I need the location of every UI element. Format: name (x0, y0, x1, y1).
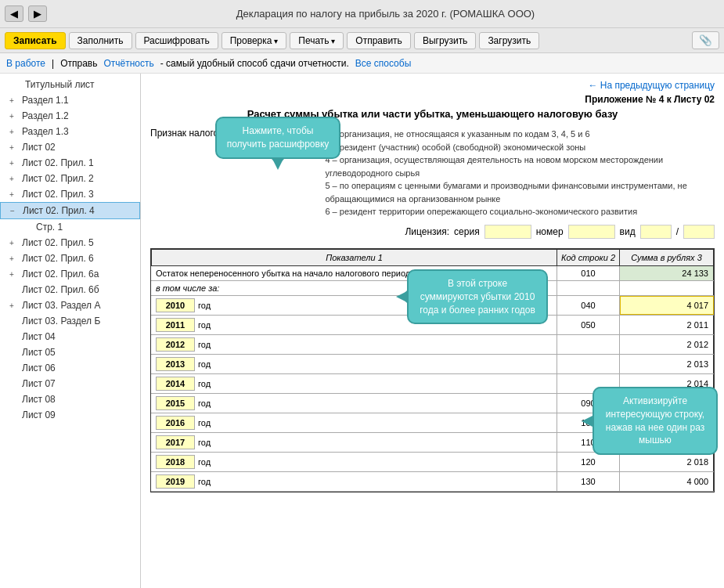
year-text-2010: год (198, 301, 211, 310)
zagruzit-button[interactable]: Загрузить (479, 32, 539, 49)
sidebar-label: Лист 02 (22, 142, 56, 153)
sidebar-item-l02p3[interactable]: + Лист 02. Прил. 3 (0, 186, 140, 202)
year-label-2016: 2016 год (151, 413, 557, 432)
vtomchisle-value (620, 281, 714, 295)
main-layout: Титульный лист + Раздел 1.1 + Раздел 1.2… (0, 74, 724, 588)
year-text-2011: год (198, 320, 211, 330)
zapolnit-button[interactable]: Заполнить (69, 32, 132, 49)
sidebar-item-l02p2[interactable]: + Лист 02. Прил. 2 (0, 171, 140, 186)
sidebar-item-r13[interactable]: + Раздел 1.3 (0, 124, 140, 139)
sidebar-item-l02p6[interactable]: + Лист 02. Прил. 6 (0, 251, 140, 266)
sidebar-item-l02p4[interactable]: − Лист 02. Прил. 4 (0, 202, 140, 219)
row-2010-value[interactable]: 4 017 (620, 296, 714, 315)
table-row-2018[interactable]: 2018 год 120 2 018 (151, 453, 714, 472)
row-010-value[interactable]: 24 133 (620, 266, 714, 280)
sidebar-item-l03ra[interactable]: + Лист 03. Раздел А (0, 298, 140, 313)
breadcrumb-link[interactable]: ← На предыдущую страницу (588, 80, 715, 91)
licenz-vid-input2[interactable] (683, 225, 715, 239)
year-box-2010[interactable]: 2010 (156, 298, 195, 312)
sidebar-item-l04[interactable]: Лист 04 (0, 329, 140, 345)
rasshifrovat-button[interactable]: Расшифровать (135, 32, 218, 49)
sidebar-item-r11[interactable]: + Раздел 1.1 (0, 92, 140, 108)
sidebar-label: Лист 07 (22, 378, 56, 389)
licenz-nomer-label: номер (536, 226, 564, 237)
sidebar-item-tit[interactable]: Титульный лист (0, 77, 140, 92)
proverka-button[interactable]: Проверка (222, 32, 287, 49)
table-row-2019[interactable]: 2019 год 130 4 000 (151, 472, 714, 492)
licenz-nomer-input[interactable] (568, 225, 615, 239)
sidebar-item-str1[interactable]: Стр. 1 (0, 219, 140, 235)
doc-header: Приложение № 4 к Листу 02 (150, 94, 715, 105)
sidebar-label: Лист 02. Прил. 4 (23, 205, 95, 216)
status-separator: | (52, 58, 54, 69)
expand-icon: + (9, 159, 19, 168)
year-text-2012: год (198, 340, 211, 349)
sidebar-item-l08[interactable]: Лист 08 (0, 391, 140, 407)
year-text-2017: год (198, 438, 211, 447)
row-2012-code (557, 335, 620, 354)
otchetnost-link[interactable]: Отчётность (103, 58, 153, 69)
sidebar-label: Раздел 1.3 (22, 126, 69, 137)
sidebar-item-r12[interactable]: + Раздел 1.2 (0, 108, 140, 124)
year-box-2017[interactable]: 2017 (156, 435, 195, 449)
licenz-vid-input[interactable] (640, 225, 672, 239)
year-box-2019[interactable]: 2019 (156, 474, 195, 489)
year-text-2014: год (198, 379, 211, 388)
zapisat-button[interactable]: Записать (5, 32, 66, 49)
year-label-2019: 2019 год (151, 472, 557, 491)
sidebar-item-l05[interactable]: Лист 05 (0, 345, 140, 360)
sidebar-item-l03rb[interactable]: Лист 03. Раздел Б (0, 313, 140, 329)
otpravit-button[interactable]: Отправить (347, 32, 411, 49)
forward-button[interactable]: ▶ (28, 5, 47, 22)
year-box-2011[interactable]: 2011 (156, 318, 195, 332)
sidebar-label: Раздел 1.1 (22, 95, 69, 106)
year-box-2015[interactable]: 2015 (156, 396, 195, 410)
back-button[interactable]: ◀ (5, 5, 23, 22)
pechat-button[interactable]: Печать (290, 32, 344, 49)
expand-icon: + (9, 175, 19, 183)
year-box-2013[interactable]: 2013 (156, 357, 195, 371)
vygruzit-button[interactable]: Выгрузить (414, 32, 477, 49)
licenz-seriya-input[interactable] (484, 225, 531, 239)
expand-icon: − (10, 207, 20, 215)
year-label-2017: 2017 год (151, 433, 557, 452)
year-label-2018: 2018 год (151, 453, 557, 471)
v-rabote-status[interactable]: В работе (6, 58, 45, 69)
vse-sposoby-link[interactable]: Все способы (355, 58, 412, 69)
year-box-2014[interactable]: 2014 (156, 377, 195, 391)
otprav-label: Отправь (60, 58, 97, 69)
sidebar-label: Лист 02. Прил. 6 (22, 253, 94, 264)
row-2013-value[interactable]: 2 013 (620, 355, 714, 373)
year-box-2012[interactable]: 2012 (156, 337, 195, 352)
content-area: ← На предыдущую страницу Приложение № 4 … (141, 74, 724, 588)
sidebar-item-l02p1[interactable]: + Лист 02. Прил. 1 (0, 155, 140, 171)
year-box-2016[interactable]: 2016 (156, 416, 195, 430)
expand-icon: + (9, 128, 19, 136)
year-text-2015: год (198, 399, 211, 408)
sidebar-item-l06[interactable]: Лист 06 (0, 360, 140, 376)
tooltip1-text: Нажмите, чтобы получить расшифровку (227, 125, 330, 150)
sidebar-item-l02p6b[interactable]: Лист 02. Прил. 6б (0, 282, 140, 298)
row-2011-value[interactable]: 2 011 (620, 316, 714, 334)
sidebar-label: Лист 02. Прил. 5 (22, 237, 94, 248)
breadcrumb-row: ← На предыдущую страницу (150, 80, 715, 91)
sidebar-item-l09[interactable]: Лист 09 (0, 407, 140, 423)
clip-button[interactable]: 📎 (692, 31, 719, 49)
row-2019-value[interactable]: 4 000 (620, 472, 714, 491)
expand-icon: + (9, 112, 19, 121)
row-2018-value[interactable]: 2 018 (620, 453, 714, 471)
sidebar-item-l02p5[interactable]: + Лист 02. Прил. 5 (0, 235, 140, 251)
toolbar: Записать Заполнить Расшифровать Проверка… (0, 28, 724, 53)
status-desc: - самый удобный способ сдачи отчетности. (160, 58, 349, 69)
sidebar-label: Лист 02. Прил. 2 (22, 173, 94, 184)
table-row-2012[interactable]: 2012 год 2 012 (151, 335, 714, 355)
row-2019-code: 130 (557, 472, 620, 491)
sidebar-item-l07[interactable]: Лист 07 (0, 376, 140, 391)
sidebar-item-l02p6a[interactable]: + Лист 02. Прил. 6а (0, 266, 140, 282)
sidebar-item-l02[interactable]: + Лист 02 (0, 139, 140, 155)
row-2012-value[interactable]: 2 012 (620, 335, 714, 354)
licenz-slash: / (676, 226, 679, 237)
expand-icon: + (9, 270, 19, 279)
year-box-2018[interactable]: 2018 (156, 455, 195, 469)
table-row-2013[interactable]: 2013 год 2 013 (151, 355, 714, 374)
